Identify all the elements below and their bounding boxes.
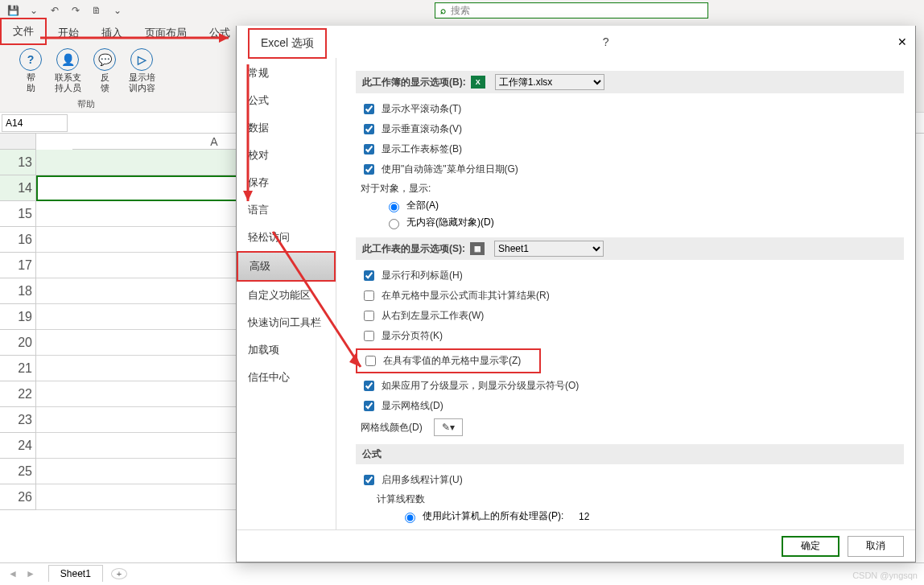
nav-advanced[interactable]: 高级: [237, 251, 336, 282]
chk-vscroll[interactable]: 显示垂直滚动条(V): [361, 122, 904, 137]
select-all-corner[interactable]: [0, 134, 36, 150]
row-header[interactable]: 16: [0, 227, 36, 253]
chevron-left-icon: ◄: [5, 568, 21, 579]
nav-general[interactable]: 常规: [237, 60, 336, 87]
quick-access-toolbar: 💾 ⌄ ↶ ↷ 🗎 ⌄: [0, 2, 127, 19]
row-header[interactable]: 26: [0, 484, 36, 510]
chk-sheet-tabs[interactable]: 显示工作表标签(B): [361, 142, 904, 157]
add-sheet-button[interactable]: +: [111, 568, 127, 579]
contact-btn[interactable]: 👤联系支持人员: [52, 48, 84, 93]
ribbon-tab-file[interactable]: 文件: [0, 18, 47, 45]
row-header[interactable]: 21: [0, 356, 36, 381]
radio-all-processors[interactable]: 使用此计算机上的所有处理器(P): 12: [401, 509, 904, 523]
dialog-title: Excel 选项: [248, 28, 327, 59]
row-header[interactable]: 25: [0, 459, 36, 484]
workbook-section-header: 此工作簿的显示选项(B): X 工作簿1.xlsx: [356, 71, 904, 93]
formula-section-header: 公式: [356, 444, 904, 464]
dialog-footer: 确定 取消: [237, 529, 915, 562]
row-header[interactable]: 19: [0, 304, 36, 330]
save-icon[interactable]: 💾: [3, 2, 23, 19]
sheet-tab[interactable]: Sheet1: [48, 565, 103, 582]
nav-formulas[interactable]: 公式: [237, 87, 336, 114]
chk-show-formulas[interactable]: 在单元格中显示公式而非其计算结果(R): [361, 288, 904, 303]
nav-addins[interactable]: 加载项: [237, 336, 336, 364]
search-placeholder: 搜索: [451, 4, 470, 18]
search-icon: ⌕: [435, 5, 451, 16]
sheet-tabs: ◄► Sheet1 +: [0, 562, 924, 583]
chk-rtl[interactable]: 从右到左显示工作表(W): [361, 308, 904, 323]
row-header[interactable]: 20: [0, 330, 36, 356]
nav-save[interactable]: 保存: [237, 169, 336, 196]
options-dialog: Excel 选项 ? ✕ 常规 公式 数据 校对 保存 语言 轻松访问 高级 自…: [236, 26, 916, 562]
feedback-btn[interactable]: 💬反馈: [89, 48, 121, 93]
radio-objects-all[interactable]: 全部(A): [385, 199, 904, 212]
chk-gridlines[interactable]: 显示网格线(D): [361, 398, 904, 414]
threads-label: 计算线程数: [377, 492, 904, 506]
worksheet-select[interactable]: Sheet1: [494, 241, 604, 257]
nav-ease[interactable]: 轻松访问: [237, 224, 336, 251]
row-header[interactable]: 22: [0, 381, 36, 407]
objects-label: 对于对象，显示:: [361, 182, 904, 196]
chk-show-zero[interactable]: 在具有零值的单元格中显示零(Z): [362, 353, 534, 369]
ribbon-tab-formula[interactable]: 公式: [198, 21, 241, 45]
row-header[interactable]: 23: [0, 407, 36, 433]
excel-icon: X: [471, 76, 485, 89]
ribbon-tab-layout[interactable]: 页面布局: [134, 21, 198, 45]
search-box[interactable]: ⌕ 搜索: [435, 2, 708, 19]
nav-customize-ribbon[interactable]: 自定义功能区: [237, 282, 336, 309]
undo-icon[interactable]: ↶: [45, 2, 64, 19]
help-icon: ?: [19, 48, 42, 71]
gridline-color-row: 网格线颜色(D) ✎ ▾: [361, 418, 904, 436]
row-header[interactable]: 18: [0, 278, 36, 304]
training-btn[interactable]: ▷显示培训内容: [126, 48, 158, 93]
help-btn[interactable]: ?帮助: [14, 48, 47, 93]
row-header[interactable]: 15: [0, 201, 36, 227]
sheet-nav[interactable]: ◄►: [5, 568, 39, 579]
caret-down-icon[interactable]: ⌄: [24, 2, 43, 19]
dialog-titlebar: Excel 选项 ? ✕: [237, 26, 915, 58]
ok-button[interactable]: 确定: [782, 536, 839, 557]
row-header[interactable]: 17: [0, 253, 36, 278]
nav-language[interactable]: 语言: [237, 196, 336, 224]
name-box[interactable]: A14: [2, 114, 68, 132]
watermark: CSDN @yngsqn: [852, 571, 918, 580]
titlebar: 💾 ⌄ ↶ ↷ 🗎 ⌄ 工作簿1.xlsx - Excel ⌕ 搜索: [0, 0, 924, 21]
close-icon[interactable]: ✕: [897, 35, 907, 48]
worksheet-section-header: 此工作表的显示选项(S): ▦ Sheet1: [356, 237, 904, 260]
help-caption: 帮助: [77, 98, 95, 110]
workbook-select[interactable]: 工作簿1.xlsx: [495, 74, 604, 90]
color-picker-button[interactable]: ✎ ▾: [434, 418, 463, 436]
chk-hscroll[interactable]: 显示水平滚动条(T): [361, 101, 904, 117]
chk-autofilter-dates[interactable]: 使用"自动筛选"菜单分组日期(G): [361, 162, 904, 177]
dialog-help-button[interactable]: ?: [603, 35, 609, 48]
chk-multithread[interactable]: 启用多线程计算(U): [361, 472, 904, 488]
chat-icon: 💬: [93, 48, 116, 71]
preview-icon[interactable]: 🗎: [87, 2, 106, 19]
row-header[interactable]: 24: [0, 433, 36, 459]
dialog-content[interactable]: 此工作簿的显示选项(B): X 工作簿1.xlsx 显示水平滚动条(T) 显示垂…: [336, 58, 915, 529]
nav-data[interactable]: 数据: [237, 114, 336, 142]
cancel-button[interactable]: 取消: [848, 536, 904, 557]
nav-trust[interactable]: 信任中心: [237, 364, 336, 391]
pen-icon: ✎: [442, 422, 450, 433]
more-icon[interactable]: ⌄: [108, 2, 127, 19]
row-header[interactable]: 13: [0, 150, 36, 175]
chk-outline-symbols[interactable]: 如果应用了分级显示，则显示分级显示符号(O): [361, 378, 904, 393]
chk-page-breaks[interactable]: 显示分页符(K): [361, 328, 904, 344]
ribbon-tab-insert[interactable]: 插入: [90, 21, 134, 45]
row-header[interactable]: 14: [0, 175, 36, 201]
chevron-right-icon: ►: [23, 568, 39, 579]
dialog-nav: 常规 公式 数据 校对 保存 语言 轻松访问 高级 自定义功能区 快速访问工具栏…: [237, 58, 336, 529]
nav-proofing[interactable]: 校对: [237, 142, 336, 169]
sheet-icon: ▦: [470, 242, 485, 255]
play-icon: ▷: [130, 48, 153, 71]
radio-objects-none[interactable]: 无内容(隐藏对象)(D): [385, 216, 904, 229]
help-group: ?帮助 👤联系支持人员 💬反馈 ▷显示培训内容 帮助: [6, 45, 166, 112]
chk-rowcol-headers[interactable]: 显示行和列标题(H): [361, 268, 904, 283]
ribbon-tab-home[interactable]: 开始: [47, 21, 90, 45]
headset-icon: 👤: [56, 48, 79, 71]
nav-qat[interactable]: 快速访问工具栏: [237, 309, 336, 336]
redo-icon[interactable]: ↷: [66, 2, 85, 19]
